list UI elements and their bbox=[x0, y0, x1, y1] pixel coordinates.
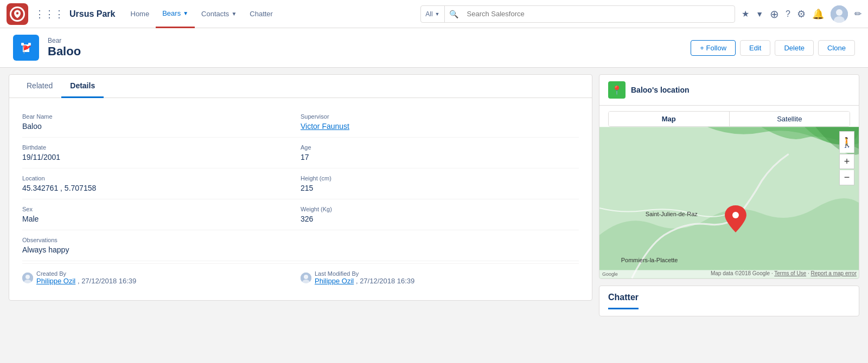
field-supervisor: Supervisor Victor Faunust ✏ bbox=[301, 107, 579, 138]
supervisor-value[interactable]: Victor Faunust bbox=[301, 122, 570, 131]
map-svg: Saint-Julien-de-Raz Pommiers-la-Placette… bbox=[599, 127, 859, 278]
svg-text:Saint-Julien-de-Raz: Saint-Julien-de-Raz bbox=[646, 211, 698, 217]
created-by-date: 27/12/2018 16:39 bbox=[81, 277, 136, 285]
details-panel: Related Details Bear Name Baloo ✏ Superv… bbox=[9, 74, 592, 301]
svg-text:🚩: 🚩 bbox=[22, 45, 32, 54]
tab-details[interactable]: Details bbox=[61, 75, 104, 98]
record-title-area: Bear Baloo bbox=[48, 37, 81, 59]
search-input[interactable] bbox=[463, 10, 735, 18]
map-tab-group: Map Satellite bbox=[608, 111, 850, 127]
location-value: 45.342761 , 5.707158 bbox=[22, 184, 292, 192]
nav-item-chatter[interactable]: Chatter bbox=[243, 0, 279, 28]
search-scope-selector[interactable]: All ▼ bbox=[421, 6, 444, 22]
svg-point-7 bbox=[25, 275, 30, 279]
record-name: Baloo bbox=[48, 44, 81, 59]
panel-tabs: Related Details bbox=[9, 75, 592, 98]
avatar[interactable] bbox=[831, 5, 848, 23]
follow-button[interactable]: + Follow bbox=[691, 40, 736, 56]
modified-by-date: 27/12/2018 16:39 bbox=[360, 277, 414, 285]
modified-by-avatar bbox=[301, 273, 311, 283]
report-link[interactable]: Report a map error bbox=[811, 270, 857, 276]
nav-item-home[interactable]: Home bbox=[124, 0, 156, 28]
observations-label: Observations bbox=[22, 237, 292, 243]
sex-label: Sex bbox=[22, 206, 292, 212]
map-icon: 📍 bbox=[608, 81, 626, 99]
field-age: Age 17 ✏ bbox=[301, 138, 579, 168]
edit-button[interactable]: Edit bbox=[740, 40, 770, 56]
modified-by-label: Last Modified By bbox=[315, 270, 414, 277]
bear-name-value: Baloo bbox=[22, 122, 292, 131]
age-value: 17 bbox=[301, 153, 570, 161]
height-value: 215 bbox=[301, 184, 570, 192]
top-navigation: ⋮⋮⋮ Ursus Park Home Bears ▼ Contacts ▼ C… bbox=[0, 0, 868, 28]
add-icon[interactable]: ⊕ bbox=[770, 8, 779, 21]
main-content: Related Details Bear Name Baloo ✏ Superv… bbox=[0, 68, 868, 323]
created-by-avatar bbox=[22, 273, 33, 283]
scope-dropdown-icon: ▼ bbox=[435, 11, 440, 17]
field-empty bbox=[301, 230, 579, 261]
birthdate-value: 19/11/2001 bbox=[22, 153, 292, 161]
map-tab-map[interactable]: Map bbox=[609, 112, 730, 126]
modified-by-value[interactable]: Philippe Ozil bbox=[315, 277, 354, 285]
right-panel: 📍 Baloo's location Map Satellite bbox=[599, 74, 859, 316]
app-logo[interactable] bbox=[7, 3, 28, 25]
bear-name-label: Bear Name bbox=[22, 113, 292, 120]
created-by-label: Created By bbox=[36, 270, 136, 277]
created-by-info: Created By Philippe Ozil , 27/12/2018 16… bbox=[36, 270, 136, 285]
map-card: 📍 Baloo's location Map Satellite bbox=[599, 74, 859, 279]
nav-item-bears[interactable]: Bears ▼ bbox=[156, 0, 195, 28]
fields-grid: Bear Name Baloo ✏ Supervisor Victor Faun… bbox=[22, 107, 579, 261]
page-header-actions: + Follow Edit Delete Clone bbox=[691, 40, 855, 56]
delete-button[interactable]: Delete bbox=[775, 40, 814, 56]
created-by-value[interactable]: Philippe Ozil bbox=[36, 277, 75, 285]
audit-fields: Created By Philippe Ozil , 27/12/2018 16… bbox=[22, 263, 579, 291]
chatter-title: Chatter bbox=[608, 293, 639, 309]
field-bear-name: Bear Name Baloo ✏ bbox=[22, 107, 301, 138]
weight-label: Weight (Kg) bbox=[301, 206, 570, 212]
contacts-dropdown-arrow: ▼ bbox=[231, 11, 237, 17]
supervisor-label: Supervisor bbox=[301, 113, 570, 120]
bears-dropdown-arrow: ▼ bbox=[183, 10, 188, 16]
map-container: Saint-Julien-de-Raz Pommiers-la-Placette… bbox=[599, 127, 859, 278]
map-attribution: Map data ©2018 Google · Terms of Use · R… bbox=[711, 270, 857, 276]
zoom-in-button[interactable]: + bbox=[839, 154, 854, 169]
clone-button[interactable]: Clone bbox=[818, 40, 855, 56]
map-controls: 🚶 + − bbox=[839, 131, 854, 185]
street-view-icon[interactable]: 🚶 bbox=[839, 131, 854, 153]
record-icon: 🚩 bbox=[13, 35, 39, 61]
tab-related[interactable]: Related bbox=[18, 75, 61, 98]
search-bar: All ▼ 🔍 bbox=[420, 5, 735, 23]
modified-by-field: Last Modified By Philippe Ozil , 27/12/2… bbox=[301, 264, 579, 291]
settings-icon[interactable]: ⚙ bbox=[797, 8, 806, 20]
edit-nav-icon[interactable]: ✏ bbox=[854, 9, 861, 19]
nav-item-contacts[interactable]: Contacts ▼ bbox=[195, 0, 243, 28]
setup-menu-icon[interactable]: ▼ bbox=[756, 10, 763, 18]
field-weight: Weight (Kg) 326 ✏ bbox=[301, 199, 579, 230]
chatter-card: Chatter bbox=[599, 286, 859, 316]
app-launcher-icon[interactable]: ⋮⋮⋮ bbox=[35, 8, 64, 20]
height-label: Height (cm) bbox=[301, 175, 570, 182]
zoom-out-button[interactable]: − bbox=[839, 170, 854, 185]
favorites-icon[interactable]: ★ bbox=[742, 9, 749, 19]
help-icon[interactable]: ? bbox=[786, 9, 790, 19]
terms-link[interactable]: Terms of Use bbox=[774, 270, 806, 276]
map-title: Baloo's location bbox=[631, 86, 690, 94]
page-header-left: 🚩 Bear Baloo bbox=[13, 35, 81, 61]
svg-text:Pommiers-la-Placette: Pommiers-la-Placette bbox=[621, 257, 678, 263]
age-label: Age bbox=[301, 144, 570, 151]
nav-actions: ★ ▼ ⊕ ? ⚙ 🔔 ✏ bbox=[742, 5, 861, 23]
field-location: Location 45.342761 , 5.707158 ✏ bbox=[22, 168, 301, 199]
field-birthdate: Birthdate 19/11/2001 ✏ bbox=[22, 138, 301, 168]
svg-point-1 bbox=[836, 9, 843, 16]
location-label: Location bbox=[22, 175, 292, 182]
field-observations: Observations Always happy ✏ bbox=[22, 230, 301, 261]
map-tab-satellite[interactable]: Satellite bbox=[730, 112, 850, 126]
svg-point-16 bbox=[732, 212, 739, 218]
svg-point-10 bbox=[304, 275, 308, 279]
app-name: Ursus Park bbox=[69, 9, 116, 19]
svg-text:Google: Google bbox=[602, 271, 618, 277]
bear-record-icon-svg: 🚩 bbox=[20, 41, 33, 54]
observations-value: Always happy bbox=[22, 245, 292, 254]
notifications-icon[interactable]: 🔔 bbox=[812, 8, 824, 20]
app-logo-inner bbox=[10, 7, 25, 22]
